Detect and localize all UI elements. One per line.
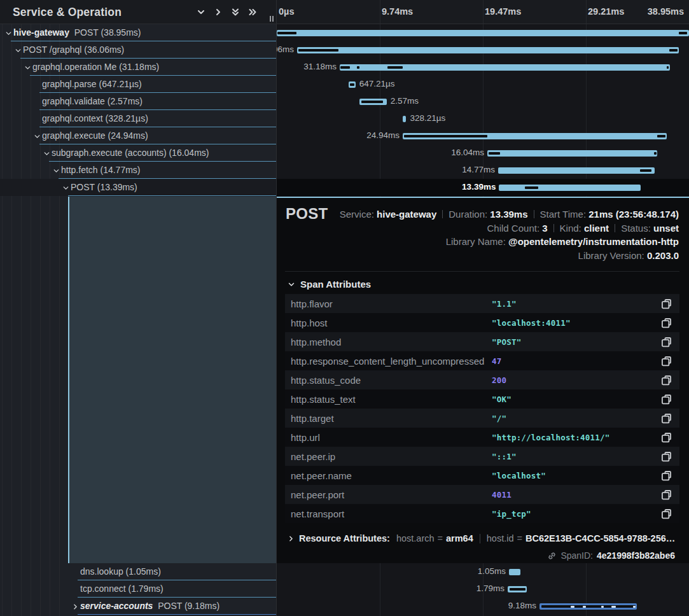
overview-value: client xyxy=(584,223,609,234)
overview-value: 3 xyxy=(542,223,547,234)
span-bar[interactable] xyxy=(277,30,689,36)
span-tree-row[interactable]: hive-gateway POST (38.95ms) xyxy=(0,24,276,41)
timeline-row[interactable]: 1.79ms xyxy=(277,580,689,598)
double-chevron-down-icon[interactable] xyxy=(230,7,240,17)
span-bar[interactable] xyxy=(498,167,655,174)
chevron-down-icon[interactable] xyxy=(14,46,22,54)
span-duration-label: 1.05ms xyxy=(478,566,506,576)
timeline-row[interactable]: 31.18ms xyxy=(277,59,689,76)
span-tree-row[interactable]: graphql.operation Me (31.18ms) xyxy=(0,59,276,76)
copy-icon[interactable] xyxy=(661,356,672,367)
chevron-down-icon[interactable] xyxy=(196,7,206,17)
span-duration-label: 36.06ms xyxy=(277,45,294,54)
span-tree-row[interactable]: graphql.validate (2.57ms) xyxy=(0,93,276,110)
timeline-panel: 0µs9.74ms19.47ms29.21ms38.95ms 38.95ms36… xyxy=(277,0,689,616)
span-tree-row[interactable]: subgraph.execute (accounts) (16.04ms) xyxy=(0,144,276,162)
span-label: POST /graphql (36.06ms) xyxy=(23,45,124,55)
timeline-row[interactable]: 14.77ms xyxy=(277,162,689,179)
span-label: subgraph.execute (accounts) (16.04ms) xyxy=(52,148,209,158)
attribute-row: http.target"/" xyxy=(285,409,679,428)
chevron-right-icon[interactable] xyxy=(213,7,223,17)
chevron-down-icon[interactable] xyxy=(33,132,41,140)
timeline-row[interactable]: 24.94ms xyxy=(277,127,689,144)
span-tree-row[interactable]: graphql.context (328.21µs) xyxy=(0,110,276,127)
double-chevron-right-icon[interactable] xyxy=(247,7,258,17)
copy-icon[interactable] xyxy=(661,470,672,481)
attribute-key: net.peer.name xyxy=(291,470,492,481)
span-label: graphql.parse (647.21µs) xyxy=(42,79,142,89)
resource-attribute: host.arch=arm64 xyxy=(396,533,473,543)
panel-resize-grip[interactable] xyxy=(268,16,275,22)
overview-label: Status: xyxy=(621,223,653,234)
chevron-down-icon[interactable] xyxy=(43,149,51,157)
timeline-row[interactable]: 38.95ms xyxy=(277,24,689,41)
attribute-key: http.status_text xyxy=(291,394,492,405)
span-duration-label: 14.77ms xyxy=(462,165,495,174)
span-label: graphql.execute (24.94ms) xyxy=(42,130,148,141)
overview-label: Duration: xyxy=(449,209,490,220)
span-tree-row[interactable]: graphql.parse (647.21µs) xyxy=(0,76,276,93)
child-span-marker xyxy=(387,66,403,69)
copy-icon[interactable] xyxy=(661,375,672,386)
span-tree-row[interactable]: http.fetch (14.77ms) xyxy=(0,162,276,179)
copy-icon[interactable] xyxy=(661,337,672,347)
copy-icon[interactable] xyxy=(661,508,672,519)
service-name: hive-gateway xyxy=(13,27,74,38)
attribute-row: http.flavor"1.1" xyxy=(285,294,679,313)
timeline-row[interactable]: 2.57ms xyxy=(277,93,689,110)
child-span-marker xyxy=(679,32,687,34)
span-attributes-toggle[interactable]: Span Attributes xyxy=(287,279,679,290)
chevron-down-icon xyxy=(287,280,296,289)
timeline-row[interactable]: 647.21µs xyxy=(277,76,689,93)
panel-divider[interactable] xyxy=(276,0,277,616)
chevron-down-icon[interactable] xyxy=(24,63,32,71)
chevron-right-icon xyxy=(287,535,295,543)
ruler-tick-label: 29.21ms xyxy=(588,6,624,17)
span-tree-row[interactable]: POST (13.39ms) xyxy=(0,179,276,196)
attribute-row: http.response_content_length_uncompresse… xyxy=(285,351,679,370)
span-bar[interactable] xyxy=(487,150,657,157)
span-bar[interactable] xyxy=(509,569,520,575)
span-id-value: 4e21998f3b82abe6 xyxy=(597,550,675,561)
span-tree-panel: hive-gateway POST (38.95ms)POST /graphql… xyxy=(0,0,276,616)
child-span-marker xyxy=(510,588,525,591)
chevron-down-icon[interactable] xyxy=(62,183,70,192)
span-bar[interactable] xyxy=(499,185,641,191)
span-bar[interactable] xyxy=(403,116,406,122)
resource-attributes-title: Resource Attributes: xyxy=(299,533,390,543)
span-tree-row[interactable]: POST /graphql (36.06ms) xyxy=(0,41,276,59)
copy-icon[interactable] xyxy=(661,318,672,328)
overview-line: Library Version: 0.203.0 xyxy=(340,249,679,263)
span-label: hive-gateway POST (38.95ms) xyxy=(13,27,141,38)
chevron-down-icon[interactable] xyxy=(52,166,60,174)
resource-attributes-row[interactable]: Resource Attributes:host.arch=arm64host.… xyxy=(287,531,679,546)
span-tree-row[interactable]: service-accounts POST (9.18ms) xyxy=(0,598,276,615)
copy-icon[interactable] xyxy=(661,394,672,405)
copy-icon[interactable] xyxy=(661,489,672,500)
attribute-key: http.target xyxy=(291,413,492,424)
timeline-row[interactable]: 13.39ms xyxy=(277,179,689,196)
attribute-row: net.peer.ip"::1" xyxy=(285,447,679,466)
timeline-row[interactable]: 16.04ms xyxy=(277,144,689,162)
child-span-marker xyxy=(640,169,651,172)
timeline-row[interactable]: 9.18ms xyxy=(277,598,689,615)
timeline-row[interactable]: 328.21µs xyxy=(277,110,689,127)
timeline-row[interactable]: 36.06ms xyxy=(277,41,689,59)
span-tree-row[interactable]: tcp.connect (1.79ms) xyxy=(0,580,276,598)
copy-icon[interactable] xyxy=(661,432,672,443)
span-label: service-accounts POST (9.18ms) xyxy=(80,601,219,611)
attribute-row: net.peer.port4011 xyxy=(285,485,679,504)
span-bar[interactable] xyxy=(297,47,679,53)
span-tree-row[interactable]: dns.lookup (1.05ms) xyxy=(0,563,276,580)
chevron-right-icon[interactable] xyxy=(71,602,80,610)
copy-icon[interactable] xyxy=(661,298,672,309)
span-detail-header: POST Service: hive-gatewayDuration: 13.3… xyxy=(285,198,679,272)
timeline-row[interactable]: 1.05ms xyxy=(277,563,689,580)
copy-icon[interactable] xyxy=(661,413,672,424)
chevron-down-icon[interactable] xyxy=(4,29,13,37)
span-tree-row[interactable]: graphql.execute (24.94ms) xyxy=(0,127,276,144)
ruler-tick-label: 9.74ms xyxy=(382,6,413,17)
child-span-marker xyxy=(667,66,669,69)
span-detail-panel: POST Service: hive-gatewayDuration: 13.3… xyxy=(277,197,689,563)
copy-icon[interactable] xyxy=(661,451,672,462)
